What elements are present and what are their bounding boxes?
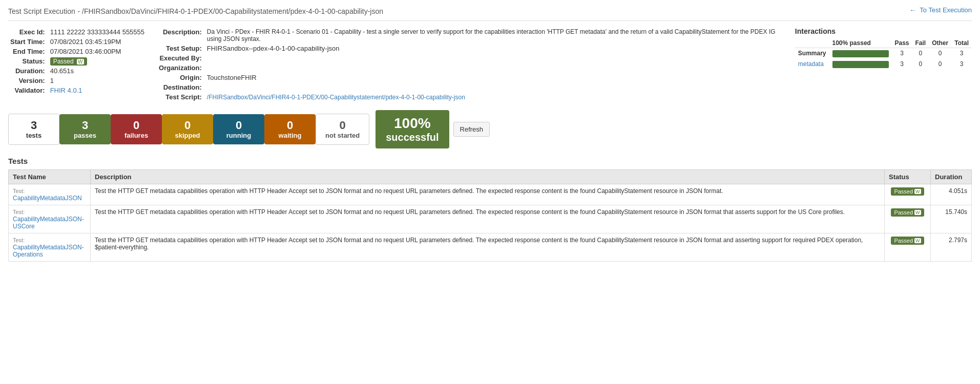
- validator-value: FHIR 4.0.1: [48, 86, 147, 95]
- interactions-table: 100% passed Pass Fail Other Total Summar…: [795, 38, 972, 70]
- executed-by-value: [205, 53, 785, 63]
- stat-failures-label: failures: [124, 132, 148, 139]
- stat-tests: 3 tests: [8, 114, 59, 145]
- stat-running-label: running: [226, 132, 251, 139]
- status-label: Status:: [8, 56, 48, 66]
- tests-table: Test Name Description Status Duration Te…: [8, 169, 972, 262]
- page-title: Test Script Execution - /FHIRSandbox/DaV…: [8, 6, 383, 16]
- tests-section-title: Tests: [8, 157, 972, 165]
- back-to-test-execution-link[interactable]: ← To Test Execution: [909, 6, 972, 14]
- interactions-row-fail: 0: [912, 48, 929, 59]
- stat-passes-num: 3: [82, 119, 88, 132]
- interactions-row-pass: 3: [892, 48, 912, 59]
- interactions-row-other: 0: [929, 48, 951, 59]
- start-time-label: Start Time:: [8, 37, 48, 47]
- test-script-link[interactable]: /FHIRSandbox/DaVinci/FHIR4-0-1-PDEX/00-C…: [207, 94, 465, 101]
- validator-label: Validator:: [8, 86, 48, 95]
- test-description: Test the HTTP GET metadata capabilities …: [91, 205, 885, 233]
- success-pct: 100%: [386, 115, 439, 132]
- description-label: Description:: [157, 27, 205, 44]
- organization-value: [205, 63, 785, 73]
- test-name-link-1[interactable]: Test:CapabilityMetadataJSON-USCore: [13, 208, 86, 230]
- start-time-value: 07/08/2021 03:45:19PM: [48, 37, 147, 47]
- stat-failures: 0 failures: [111, 114, 162, 144]
- interactions-row-total: 3: [951, 59, 972, 70]
- table-row: Test:CapabilityMetadataJSON-USCoreTest t…: [9, 205, 972, 233]
- origin-label: Origin:: [157, 73, 205, 82]
- test-status: PassedW: [885, 184, 931, 205]
- test-description: Test the HTTP GET metadata capabilities …: [91, 233, 885, 262]
- stat-failures-num: 0: [133, 119, 139, 132]
- stat-waiting-label: waiting: [279, 132, 302, 139]
- interactions-title: Interactions: [795, 27, 972, 35]
- test-description: Test the HTTP GET metadata capabilities …: [91, 184, 885, 205]
- passed-badge: PassedW: [891, 187, 924, 196]
- duration-label: Duration:: [8, 66, 48, 76]
- tests-section: Tests Test Name Description Status Durat…: [8, 157, 972, 262]
- interactions-row-pct: [829, 48, 892, 59]
- test-name-link-2[interactable]: Test:CapabilityMetadataJSON-Operations: [13, 237, 86, 258]
- destination-value: [205, 82, 785, 92]
- interactions-col-pct: 100% passed: [829, 38, 892, 48]
- interactions-row-total: 3: [951, 48, 972, 59]
- exec-id-value: 1111 22222 333333444 555555: [48, 27, 147, 37]
- status-badge: Passed W: [50, 57, 87, 66]
- validator-link[interactable]: FHIR 4.0.1: [50, 87, 82, 94]
- interactions-panel: Interactions 100% passed Pass Fail Other…: [795, 27, 972, 102]
- stat-passes: 3 passes: [59, 114, 111, 144]
- interactions-row-pass: 3: [892, 59, 912, 70]
- test-status: PassedW: [885, 205, 931, 233]
- interactions-row-link-metadata[interactable]: metadata: [798, 60, 824, 68]
- interactions-row-other: 0: [929, 59, 951, 70]
- stat-skipped-num: 0: [184, 119, 191, 132]
- table-row: Test:CapabilityMetadataJSON-OperationsTe…: [9, 233, 972, 262]
- stat-running: 0 running: [213, 114, 264, 144]
- success-label: successful: [386, 132, 439, 143]
- stat-waiting-num: 0: [287, 119, 293, 132]
- test-setup-label: Test Setup:: [157, 44, 205, 53]
- interactions-row-pct: [829, 59, 892, 70]
- stat-waiting: 0 waiting: [264, 114, 316, 144]
- w-icon: W: [77, 59, 84, 65]
- test-setup-value: FHIRSandbox--pdex-4-0-1-00-capability-js…: [205, 44, 785, 53]
- stat-skipped-label: skipped: [175, 132, 200, 139]
- stat-tests-num: 3: [31, 119, 37, 132]
- tests-col-name: Test Name: [9, 170, 91, 184]
- duration-value: 40.651s: [48, 66, 147, 76]
- test-status: PassedW: [885, 233, 931, 262]
- interactions-col-pass: Pass: [892, 38, 912, 48]
- tests-col-description: Description: [91, 170, 885, 184]
- tests-col-status: Status: [885, 170, 931, 184]
- arrow-left-icon: ←: [909, 6, 916, 14]
- test-script-value: /FHIRSandbox/DaVinci/FHIR4-0-1-PDEX/00-C…: [205, 92, 785, 102]
- table-row: Test:CapabilityMetadataJSONTest the HTTP…: [9, 184, 972, 205]
- stat-passes-label: passes: [74, 132, 96, 139]
- version-label: Version:: [8, 76, 48, 86]
- stat-skipped: 0 skipped: [162, 114, 213, 144]
- origin-value: TouchstoneFHIR: [205, 73, 785, 82]
- test-name-link-0[interactable]: Test:CapabilityMetadataJSON: [13, 187, 86, 202]
- stats-bar: 3 tests 3 passes 0 failures 0 skipped 0 …: [8, 110, 972, 148]
- stat-tests-label: tests: [26, 132, 41, 139]
- end-time-value: 07/08/2021 03:46:00PM: [48, 47, 147, 56]
- refresh-button[interactable]: Refresh: [453, 122, 490, 137]
- stat-not-started-num: 0: [339, 119, 345, 132]
- exec-id-label: Exec Id:: [8, 27, 48, 37]
- interactions-row-fail: 0: [912, 59, 929, 70]
- interactions-col-other: Other: [929, 38, 951, 48]
- interactions-col-name: [795, 38, 829, 48]
- destination-label: Destination:: [157, 82, 205, 92]
- end-time-label: End Time:: [8, 47, 48, 56]
- stat-not-started: 0 not started: [316, 114, 369, 145]
- stat-running-num: 0: [236, 119, 242, 132]
- version-value: 1: [48, 76, 147, 86]
- organization-label: Organization:: [157, 63, 205, 73]
- test-duration: 4.051s: [931, 184, 972, 205]
- passed-badge: PassedW: [891, 208, 924, 217]
- tests-col-duration: Duration: [931, 170, 972, 184]
- passed-badge: PassedW: [891, 237, 924, 245]
- success-box: 100% successful: [376, 110, 449, 148]
- interactions-col-fail: Fail: [912, 38, 929, 48]
- stat-not-started-label: not started: [325, 132, 360, 139]
- status-value: Passed W: [48, 56, 147, 66]
